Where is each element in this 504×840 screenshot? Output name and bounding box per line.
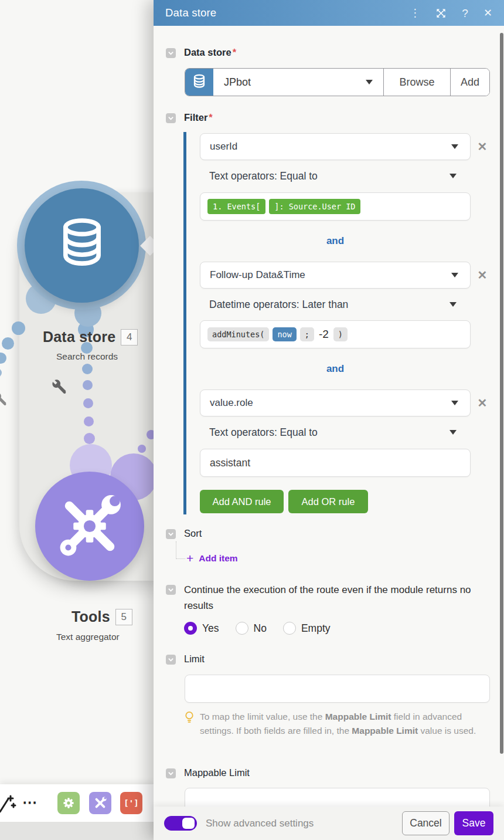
radio-no[interactable] xyxy=(236,622,248,635)
collapse-toggle[interactable] xyxy=(166,529,176,539)
chevron-down-icon xyxy=(168,531,174,537)
connection-dot xyxy=(83,380,93,390)
section-label-filter: Filter* xyxy=(184,112,213,123)
add-or-rule-button[interactable]: Add OR rule xyxy=(288,490,368,513)
module-badge: 4 xyxy=(121,329,138,346)
canvas-edge xyxy=(0,822,154,840)
tools-module[interactable] xyxy=(35,472,144,581)
connection-dot xyxy=(83,398,93,408)
continue-radio-group: Yes No Empty xyxy=(184,622,347,635)
datastore-select[interactable]: JPbot xyxy=(213,69,383,96)
database-icon xyxy=(51,215,113,277)
collapse-toggle[interactable] xyxy=(166,585,176,595)
mapped-value-tag[interactable]: 1. Events[ xyxy=(207,199,265,214)
browse-button[interactable]: Browse xyxy=(383,69,450,96)
filter-field-value: value.role xyxy=(210,397,253,409)
add-sort-item-button[interactable]: + Add item xyxy=(186,552,238,564)
function-token[interactable]: addMinutes( xyxy=(207,327,269,341)
collapse-toggle[interactable] xyxy=(166,655,176,665)
section-label-continue: Continue the execution of the route even… xyxy=(184,582,477,614)
more-options-button[interactable]: ⋯ xyxy=(22,794,38,811)
plus-icon: + xyxy=(186,552,193,564)
module-badge: 5 xyxy=(115,609,132,625)
required-mark: * xyxy=(209,112,212,123)
literal-token[interactable]: -2 xyxy=(318,328,330,341)
panel-header: Data store ⋮ ? ✕ xyxy=(154,0,504,26)
chevron-down-icon xyxy=(168,587,174,593)
magic-wand-icon[interactable] xyxy=(0,792,16,815)
limit-input[interactable] xyxy=(185,675,490,703)
chevron-down-icon xyxy=(451,144,458,149)
remove-rule-button[interactable]: ✕ xyxy=(475,268,489,282)
wrench-icon[interactable] xyxy=(52,379,67,394)
filter-field-value: userId xyxy=(210,141,237,153)
remove-rule-button[interactable]: ✕ xyxy=(475,140,489,154)
separator-token[interactable]: ; xyxy=(300,327,314,341)
add-and-rule-button[interactable]: Add AND rule xyxy=(200,490,284,513)
tools-icon xyxy=(93,796,107,810)
collapse-toggle[interactable] xyxy=(166,768,176,778)
filter-field-select[interactable]: value.role xyxy=(200,389,471,416)
filter-value-field[interactable]: 1. Events[ ]: Source.User ID xyxy=(200,192,471,221)
filter-value-input[interactable] xyxy=(200,449,471,477)
remove-rule-button[interactable]: ✕ xyxy=(475,396,489,410)
filter-operator-select[interactable]: Text operators: Equal to xyxy=(209,425,471,439)
expand-icon[interactable] xyxy=(435,8,447,19)
filter-operator-select[interactable]: Datetime operators: Later than xyxy=(209,297,471,311)
tools-shortcut-button[interactable] xyxy=(89,792,111,814)
datastore-module[interactable] xyxy=(25,188,139,303)
filter-field-select[interactable]: Follow-up Data&Time xyxy=(200,262,471,289)
datastore-field-group: JPbot Browse Add xyxy=(185,68,490,96)
menu-kebab-icon[interactable]: ⋮ xyxy=(410,8,420,18)
module-name: Tools xyxy=(71,608,110,625)
chevron-down-icon xyxy=(451,273,458,277)
filter-operator-value: Text operators: Equal to xyxy=(209,426,318,439)
chevron-down-icon xyxy=(451,401,458,405)
chevron-down-icon xyxy=(449,302,457,307)
filter-operator-select[interactable]: Text operators: Equal to xyxy=(209,169,471,183)
radio-empty[interactable] xyxy=(283,622,296,635)
advanced-settings-toggle[interactable] xyxy=(164,816,197,831)
apps-gear-button[interactable] xyxy=(57,792,80,814)
panel-scrollbar[interactable] xyxy=(500,33,503,754)
toggle-knob xyxy=(182,818,195,829)
filter-value-field[interactable]: addMinutes( now ; -2 ) xyxy=(200,320,471,348)
chevron-down-icon xyxy=(168,50,174,56)
filter-field-select[interactable]: userId xyxy=(200,133,471,160)
brackets-icon: ['] xyxy=(124,798,138,808)
connection-dot xyxy=(84,433,95,444)
advanced-settings-label: Show advanced settings xyxy=(206,818,314,829)
text-parser-button[interactable]: ['] xyxy=(120,792,142,814)
datastore-selected-value: JPbot xyxy=(224,76,251,89)
tools-icon xyxy=(53,489,127,563)
page: Data store 4 Search records xyxy=(0,0,504,840)
variable-token[interactable]: now xyxy=(273,327,296,341)
filter-operator-value: Text operators: Equal to xyxy=(209,170,318,182)
chevron-down-icon xyxy=(449,430,457,435)
wrench-icon xyxy=(0,392,7,406)
datastore-field-icon xyxy=(185,69,213,96)
connection-dot xyxy=(12,321,25,335)
collapse-toggle[interactable] xyxy=(166,48,176,58)
close-icon[interactable]: ✕ xyxy=(483,8,492,18)
connection-dot xyxy=(84,416,94,426)
cancel-button[interactable]: Cancel xyxy=(402,811,449,835)
module-subtitle: Text aggregator xyxy=(56,632,120,642)
connection-dot xyxy=(82,364,93,374)
limit-hint-text: To map the limit value, use the Mappable… xyxy=(200,710,491,738)
chevron-down-icon xyxy=(168,115,174,121)
lightbulb-icon xyxy=(184,711,195,724)
filter-group-bar xyxy=(183,132,186,514)
add-datastore-button[interactable]: Add xyxy=(450,69,489,96)
module-settings-panel: Data store ⋮ ? ✕ Data store* xyxy=(154,0,504,840)
panel-footer: Show advanced settings Cancel Save xyxy=(154,807,504,840)
function-token[interactable]: ) xyxy=(333,327,348,341)
and-joiner: and xyxy=(200,235,471,247)
save-button[interactable]: Save xyxy=(454,811,493,835)
and-joiner: and xyxy=(200,363,471,375)
mapped-value-tag[interactable]: ]: Source.User ID xyxy=(269,199,360,214)
radio-yes[interactable] xyxy=(184,622,197,635)
section-label-mappable-limit: Mappable Limit xyxy=(184,767,250,778)
help-icon[interactable]: ? xyxy=(462,8,468,19)
collapse-toggle[interactable] xyxy=(166,113,176,123)
